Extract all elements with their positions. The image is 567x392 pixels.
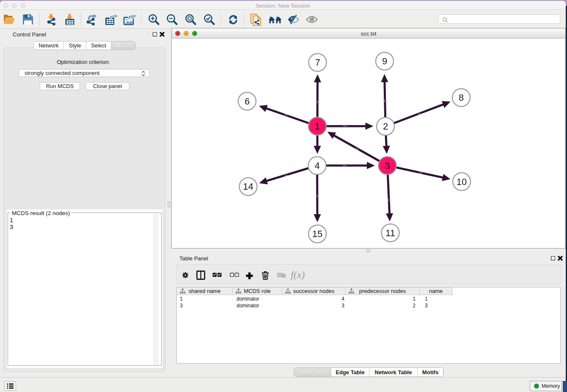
- svg-text:8: 8: [459, 92, 464, 103]
- svg-text:14: 14: [243, 181, 253, 192]
- svg-text:11: 11: [385, 228, 395, 238]
- svg-text:4: 4: [314, 160, 319, 171]
- svg-text:10: 10: [457, 177, 467, 187]
- svg-text:1: 1: [315, 121, 320, 132]
- svg-text:2: 2: [383, 121, 388, 132]
- svg-text:15: 15: [312, 229, 322, 239]
- svg-text:7: 7: [315, 57, 320, 68]
- svg-text:9: 9: [382, 56, 387, 66]
- svg-text:3: 3: [385, 160, 390, 171]
- svg-text:6: 6: [245, 96, 250, 107]
